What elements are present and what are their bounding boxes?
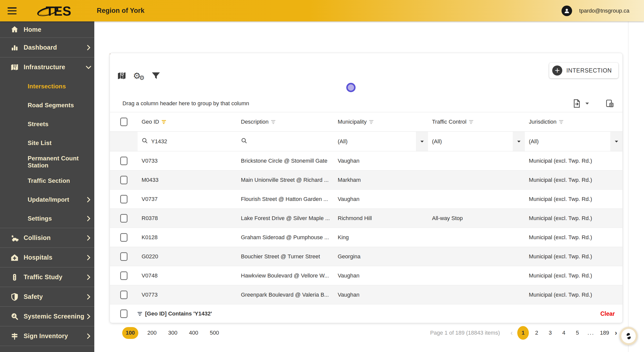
table-row[interactable]: V0733 Brickstone Circle @ Stonemill Gate… xyxy=(110,151,622,170)
applied-filter-text[interactable]: [Geo ID] Contains 'Y1432' xyxy=(145,310,600,317)
grid-header-row: Geo ID Description Municipality Traffic … xyxy=(110,112,622,132)
clear-filter-button[interactable]: Clear xyxy=(600,310,615,317)
menu-icon[interactable] xyxy=(8,7,17,14)
user-avatar-icon[interactable] xyxy=(562,6,572,16)
column-header-jurisdiction[interactable]: Jurisdiction xyxy=(525,119,622,125)
row-checkbox[interactable] xyxy=(120,252,127,261)
cell-description: Brickstone Circle @ Stonemill Gate xyxy=(237,158,334,164)
sidebar-item-hospitals[interactable]: Hospitals xyxy=(0,248,94,267)
cell-geo-id: V0733 xyxy=(138,158,237,164)
filter-icon[interactable] xyxy=(369,120,373,124)
page-number-1[interactable]: 1 xyxy=(517,326,529,340)
region-title: Region of York xyxy=(97,0,145,21)
description-filter-cell[interactable] xyxy=(237,132,334,151)
column-header-geo-id[interactable]: Geo ID xyxy=(138,119,237,125)
row-checkbox[interactable] xyxy=(120,195,127,203)
page-size-400[interactable]: 400 xyxy=(186,330,201,336)
chevron-right-icon[interactable]: › xyxy=(612,329,620,337)
column-header-traffic-control[interactable]: Traffic Control xyxy=(428,119,525,125)
select-all-checkbox[interactable] xyxy=(120,118,127,126)
cell-geo-id: V0737 xyxy=(138,196,237,202)
jurisdiction-filter-select[interactable]: (All) xyxy=(525,132,622,151)
page-size-300[interactable]: 300 xyxy=(166,330,180,336)
sidebar-item-safety[interactable]: Safety xyxy=(0,287,94,306)
cell-municipality: Vaughan xyxy=(334,196,428,202)
page-number-2[interactable]: 2 xyxy=(531,326,542,340)
sidebar-item-permanent-count-station[interactable]: Permanent Count Station xyxy=(0,152,94,171)
traffic-control-filter-select[interactable]: (All) xyxy=(428,132,525,151)
sidebar-item-traffic-section[interactable]: Traffic Section xyxy=(0,171,94,190)
geo-id-filter-input[interactable] xyxy=(151,138,211,145)
cell-municipality: Markham xyxy=(334,177,428,183)
dropdown-button[interactable] xyxy=(416,132,428,151)
feedback-fab-button[interactable] xyxy=(619,327,638,345)
table-row[interactable]: V0773 Greenpark Boulevard @ Valeria B...… xyxy=(110,285,622,304)
add-intersection-button[interactable]: + INTERSECTION xyxy=(549,63,618,78)
sidebar-item-infrastructure[interactable]: Infrastructure xyxy=(0,57,94,77)
filter-funnel-icon[interactable] xyxy=(150,71,162,81)
filter-icon[interactable] xyxy=(469,120,473,124)
row-checkbox[interactable] xyxy=(120,214,127,223)
map-icon[interactable] xyxy=(116,71,127,81)
row-checkbox[interactable] xyxy=(120,157,127,165)
page-size-100[interactable]: 100 xyxy=(122,327,138,339)
page-size-200[interactable]: 200 xyxy=(145,330,159,336)
sidebar-item-streets[interactable]: Streets xyxy=(0,115,94,133)
page-number-4[interactable]: 4 xyxy=(558,326,570,340)
sidebar-item-label: Traffic Study xyxy=(24,273,85,281)
sidebar-item-systemic-screening[interactable]: Systemic Screening xyxy=(0,306,94,326)
dropdown-button[interactable] xyxy=(513,132,525,151)
table-row[interactable]: V0737 Flourish Street @ Hatton Garden ..… xyxy=(110,190,622,209)
sidebar-item-maintenance[interactable]: Maintenance xyxy=(0,346,94,352)
column-chooser-icon[interactable] xyxy=(605,98,615,109)
row-checkbox[interactable] xyxy=(120,291,127,299)
export-dropdown-caret-icon[interactable] xyxy=(585,101,589,106)
row-checkbox[interactable] xyxy=(120,233,127,242)
cell-description: Flourish Street @ Hatton Garden ... xyxy=(237,196,334,202)
sidebar-item-sign-inventory[interactable]: Sign Inventory xyxy=(0,326,94,346)
page-number-3[interactable]: 3 xyxy=(544,326,556,340)
sidebar-item-settings[interactable]: Settings xyxy=(0,209,94,228)
tes-logo[interactable]: TES xyxy=(37,3,75,18)
sidebar-item-traffic-study[interactable]: Traffic Study xyxy=(0,267,94,287)
column-header-description[interactable]: Description xyxy=(237,119,334,125)
row-checkbox[interactable] xyxy=(120,271,127,280)
sidebar-item-label: Infrastructure xyxy=(24,63,85,71)
filter-active-icon[interactable] xyxy=(162,120,166,124)
chevron-right-icon xyxy=(85,234,92,242)
municipality-filter-select[interactable]: (All) xyxy=(334,132,428,151)
page-number-189[interactable]: 189 xyxy=(599,326,610,340)
screening-magnifier-icon xyxy=(9,311,20,322)
sidebar-item-intersections[interactable]: Intersections xyxy=(0,77,94,96)
infrastructure-icon xyxy=(9,62,20,72)
table-row[interactable]: K0128 Graham Sideroad @ Pumphouse ... Ki… xyxy=(110,228,622,247)
filter-icon[interactable] xyxy=(271,120,275,124)
settings-gears-icon[interactable]: ⚙⚙ xyxy=(133,71,145,81)
column-header-municipality[interactable]: Municipality xyxy=(334,119,428,125)
sidebar-item-home[interactable]: Home xyxy=(0,21,94,38)
sidebar-item-update-import[interactable]: Update/Import xyxy=(0,190,94,209)
page-size-selector: 100 200 300 400 500 xyxy=(110,327,222,339)
page-size-500[interactable]: 500 xyxy=(207,330,222,336)
sidebar-item-dashboard[interactable]: Dashboard xyxy=(0,38,94,57)
table-row[interactable]: G0220 Bouchier Street @ Turner Street Ge… xyxy=(110,247,622,266)
sidebar-item-site-list[interactable]: Site List xyxy=(0,133,94,152)
page-number-5[interactable]: 5 xyxy=(572,326,583,340)
filter-enabled-checkbox[interactable] xyxy=(120,309,127,318)
table-row[interactable]: R0378 Lake Forest Drive @ Silver Maple .… xyxy=(110,209,622,228)
cell-description: Greenpark Boulevard @ Valeria B... xyxy=(237,292,334,298)
user-email[interactable]: tpardo@tnsgroup.ca xyxy=(579,8,629,14)
filter-icon[interactable] xyxy=(559,120,563,124)
cell-municipality: Georgina xyxy=(334,253,428,260)
dropdown-button[interactable] xyxy=(610,132,622,151)
chevron-right-icon xyxy=(85,313,92,320)
row-checkbox[interactable] xyxy=(120,176,127,184)
cell-geo-id: V0748 xyxy=(138,272,237,279)
sidebar-item-collision[interactable]: Collision xyxy=(0,228,94,248)
chevron-right-icon xyxy=(85,293,92,301)
table-row[interactable]: V0748 Hawkview Boulevard @ Vellore W... … xyxy=(110,266,622,285)
export-icon[interactable] xyxy=(572,98,582,109)
table-row[interactable]: M0433 Main Unionville Street @ Richard .… xyxy=(110,170,622,190)
user-menu[interactable]: tpardo@tnsgroup.ca xyxy=(562,0,629,21)
sidebar-item-road-segments[interactable]: Road Segments xyxy=(0,96,94,115)
